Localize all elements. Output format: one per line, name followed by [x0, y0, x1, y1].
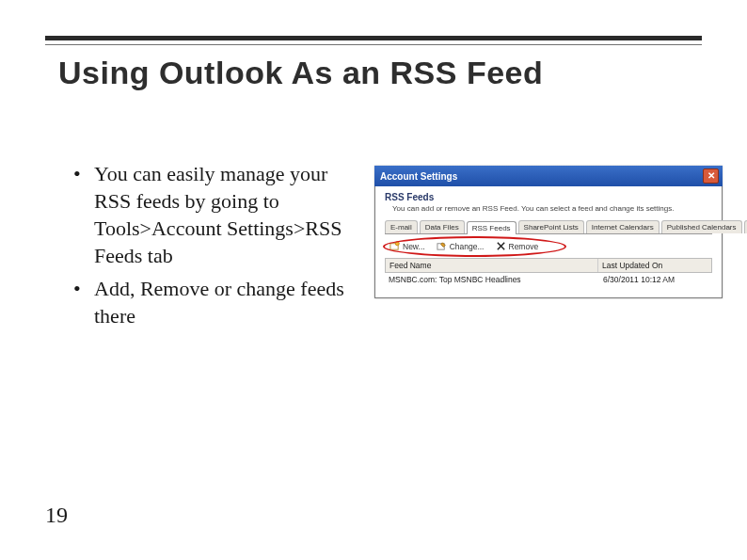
bullet-item: You can easily manage your RSS feeds by … [73, 160, 356, 269]
section-heading: RSS Feeds [385, 192, 712, 202]
grid-header: Feed Name Last Updated On [385, 258, 712, 273]
page-number: 19 [45, 503, 68, 528]
col-last-updated[interactable]: Last Updated On [598, 259, 711, 272]
tab-published-calendars[interactable]: Published Calendars [661, 220, 742, 233]
col-feed-name[interactable]: Feed Name [386, 259, 598, 272]
remove-button[interactable]: Remove [493, 240, 542, 252]
dialog-titlebar: Account Settings ✕ [374, 166, 723, 186]
tab-rss-feeds[interactable]: RSS Feeds [467, 221, 517, 234]
grid-row[interactable]: MSNBC.com: Top MSNBC Headlines 6/30/2011… [385, 273, 712, 286]
tab-sharepoint-lists[interactable]: SharePoint Lists [518, 220, 584, 233]
slide-title: Using Outlook As an RSS Feed [58, 55, 543, 91]
tab-email[interactable]: E-mail [385, 220, 418, 233]
bullet-item: Add, Remove or change feeds there [73, 275, 356, 329]
cell-last-updated: 6/30/2011 10:12 AM [599, 275, 712, 284]
cell-feed-name: MSNBC.com: Top MSNBC Headlines [385, 275, 599, 284]
close-icon: ✕ [707, 171, 715, 181]
tab-data-files[interactable]: Data Files [420, 220, 465, 233]
change-label: Change... [450, 242, 485, 251]
remove-label: Remove [509, 242, 539, 251]
section-subtext: You can add or remove an RSS Feed. You c… [392, 204, 712, 213]
tab-strip: E-mail Data Files RSS Feeds SharePoint L… [385, 220, 712, 234]
title-rule [45, 36, 702, 45]
new-button[interactable]: New... [387, 240, 428, 252]
remove-icon [496, 241, 506, 251]
tab-internet-calendars[interactable]: Internet Calendars [586, 220, 660, 233]
new-label: New... [403, 242, 425, 251]
account-settings-dialog: Account Settings ✕ RSS Feeds You can add… [374, 166, 723, 298]
bullet-list: You can easily manage your RSS feeds by … [73, 160, 356, 335]
dialog-title: Account Settings [380, 171, 457, 182]
change-icon [437, 241, 447, 251]
tab-address-books[interactable]: Address Books [744, 220, 747, 233]
new-icon [389, 241, 400, 251]
close-button[interactable]: ✕ [703, 168, 719, 184]
feed-toolbar: New... Change... Remove [387, 240, 712, 252]
change-button[interactable]: Change... [434, 240, 487, 252]
svg-point-1 [395, 242, 399, 246]
